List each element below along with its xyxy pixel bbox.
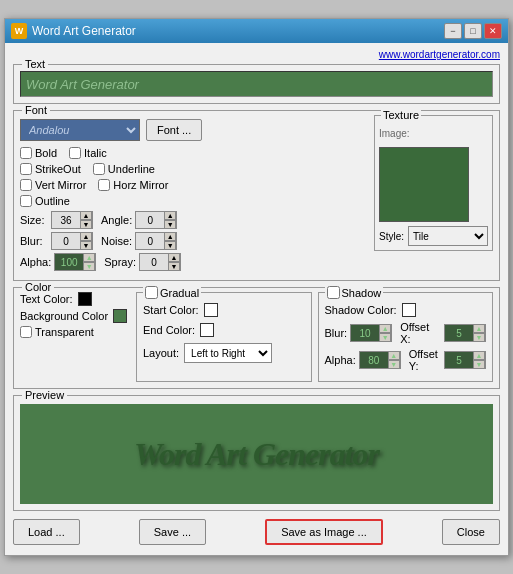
- save-button[interactable]: Save ...: [139, 519, 206, 545]
- save-image-button[interactable]: Save as Image ...: [265, 519, 383, 545]
- angle-spinner[interactable]: ▲ ▼: [135, 211, 177, 229]
- text-input[interactable]: [20, 71, 493, 97]
- underline-checkbox-item[interactable]: Underline: [93, 163, 155, 175]
- shadow-alpha-down[interactable]: ▼: [388, 360, 400, 369]
- font-select[interactable]: Andalou: [20, 119, 140, 141]
- font-selector-row: Andalou Font ...: [20, 119, 368, 141]
- shadow-color-swatch[interactable]: [402, 303, 416, 317]
- font-main-area: Andalou Font ... Bold Italic: [20, 115, 493, 274]
- shadow-color-label: Shadow Color:: [325, 304, 397, 316]
- bold-checkbox[interactable]: [20, 147, 32, 159]
- font-group: Font Andalou Font ... Bold: [13, 110, 500, 281]
- start-color-swatch[interactable]: [204, 303, 218, 317]
- texture-style-select[interactable]: Tile Stretch Center: [408, 226, 488, 246]
- angle-up-arrow[interactable]: ▲: [164, 211, 176, 220]
- checkboxes-row-4: Outline: [20, 195, 368, 207]
- noise-spinner[interactable]: ▲ ▼: [135, 232, 177, 250]
- transparent-checkbox-item[interactable]: Transparent: [20, 326, 130, 338]
- strikeout-checkbox[interactable]: [20, 163, 32, 175]
- minimize-button[interactable]: −: [444, 23, 462, 39]
- size-up-arrow[interactable]: ▲: [80, 211, 92, 220]
- transparent-checkbox[interactable]: [20, 326, 32, 338]
- offset-y-spinner[interactable]: ▲ ▼: [444, 351, 486, 369]
- gradual-checkbox[interactable]: [145, 286, 158, 299]
- gradual-label: Gradual: [143, 286, 201, 299]
- preview-canvas: Word Art Generator: [20, 404, 493, 504]
- alpha-arrows: ▲ ▼: [83, 253, 95, 271]
- offset-y-arrows: ▲ ▼: [473, 351, 485, 369]
- noise-down-arrow[interactable]: ▼: [164, 241, 176, 250]
- angle-spinner-group: Angle: ▲ ▼: [101, 211, 177, 229]
- maximize-button[interactable]: □: [464, 23, 482, 39]
- layout-select[interactable]: Left to Right Top to Bottom Diagonal: [184, 343, 272, 363]
- blur-up-arrow[interactable]: ▲: [80, 232, 92, 241]
- shadow-spinners-2: Alpha: ▲ ▼ Offset Y:: [325, 348, 487, 372]
- close-window-button[interactable]: ✕: [484, 23, 502, 39]
- shadow-alpha-input[interactable]: [360, 352, 388, 368]
- strikeout-label: StrikeOut: [35, 163, 81, 175]
- vert-mirror-checkbox-item[interactable]: Vert Mirror: [20, 179, 86, 191]
- size-spinner[interactable]: ▲ ▼: [51, 211, 93, 229]
- shadow-alpha-up[interactable]: ▲: [388, 351, 400, 360]
- angle-down-arrow[interactable]: ▼: [164, 220, 176, 229]
- noise-up-arrow[interactable]: ▲: [164, 232, 176, 241]
- horz-mirror-checkbox-item[interactable]: Horz Mirror: [98, 179, 168, 191]
- italic-checkbox[interactable]: [69, 147, 81, 159]
- shadow-blur-down[interactable]: ▼: [379, 333, 391, 342]
- offset-x-input[interactable]: [445, 325, 473, 341]
- texture-image[interactable]: [379, 147, 469, 222]
- content-area: www.wordartgenerator.com Text Font Andal…: [5, 43, 508, 555]
- outline-checkbox-item[interactable]: Outline: [20, 195, 70, 207]
- load-button[interactable]: Load ...: [13, 519, 80, 545]
- blur-label: Blur:: [20, 235, 48, 247]
- blur-down-arrow[interactable]: ▼: [80, 241, 92, 250]
- noise-input[interactable]: [136, 233, 164, 249]
- bg-color-swatch[interactable]: [113, 309, 127, 323]
- offset-x-down[interactable]: ▼: [473, 333, 485, 342]
- spray-down-arrow[interactable]: ▼: [168, 262, 180, 271]
- offset-x-spinner[interactable]: ▲ ▼: [444, 324, 486, 342]
- italic-checkbox-item[interactable]: Italic: [69, 147, 107, 159]
- offset-y-down[interactable]: ▼: [473, 360, 485, 369]
- website-link[interactable]: www.wordartgenerator.com: [13, 49, 500, 60]
- vert-mirror-checkbox[interactable]: [20, 179, 32, 191]
- text-color-swatch[interactable]: [78, 292, 92, 306]
- texture-label: Texture: [381, 109, 421, 121]
- size-input[interactable]: [52, 212, 80, 228]
- size-arrows: ▲ ▼: [80, 211, 92, 229]
- italic-label: Italic: [84, 147, 107, 159]
- text-group: Text: [13, 64, 500, 104]
- spray-spinner[interactable]: ▲ ▼: [139, 253, 181, 271]
- size-down-arrow[interactable]: ▼: [80, 220, 92, 229]
- text-group-label: Text: [22, 58, 48, 70]
- shadow-alpha-spinner[interactable]: ▲ ▼: [359, 351, 401, 369]
- underline-checkbox[interactable]: [93, 163, 105, 175]
- layout-label: Layout:: [143, 347, 179, 359]
- angle-input[interactable]: [136, 212, 164, 228]
- blur-input[interactable]: [52, 233, 80, 249]
- bold-checkbox-item[interactable]: Bold: [20, 147, 57, 159]
- close-button[interactable]: Close: [442, 519, 500, 545]
- alpha-input[interactable]: [55, 254, 83, 270]
- alpha-down-arrow[interactable]: ▼: [83, 262, 95, 271]
- shadow-checkbox[interactable]: [327, 286, 340, 299]
- horz-mirror-checkbox[interactable]: [98, 179, 110, 191]
- spray-up-arrow[interactable]: ▲: [168, 253, 180, 262]
- strikeout-checkbox-item[interactable]: StrikeOut: [20, 163, 81, 175]
- shadow-blur-spinner[interactable]: ▲ ▼: [350, 324, 392, 342]
- alpha-spinner[interactable]: ▲ ▼: [54, 253, 96, 271]
- texture-style-row: Style: Tile Stretch Center: [379, 226, 488, 246]
- alpha-up-arrow[interactable]: ▲: [83, 253, 95, 262]
- offset-y-input[interactable]: [445, 352, 473, 368]
- spinners-row-2: Blur: ▲ ▼ Noise:: [20, 232, 368, 250]
- spray-input[interactable]: [140, 254, 168, 270]
- offset-y-up[interactable]: ▲: [473, 351, 485, 360]
- font-button[interactable]: Font ...: [146, 119, 202, 141]
- outline-checkbox[interactable]: [20, 195, 32, 207]
- shadow-blur-up[interactable]: ▲: [379, 324, 391, 333]
- texture-group: Texture Image: Style: Tile Stretch Cente…: [374, 115, 493, 251]
- offset-x-up[interactable]: ▲: [473, 324, 485, 333]
- shadow-blur-input[interactable]: [351, 325, 379, 341]
- end-color-swatch[interactable]: [200, 323, 214, 337]
- blur-spinner[interactable]: ▲ ▼: [51, 232, 93, 250]
